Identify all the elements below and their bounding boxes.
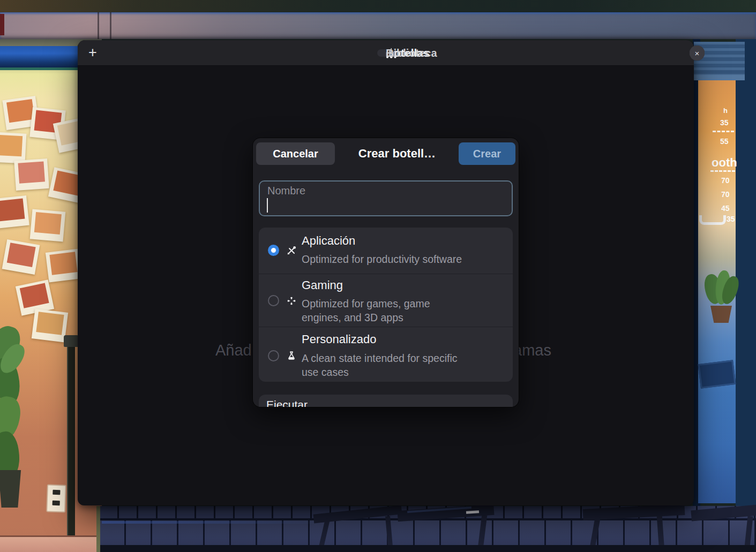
wallpaper-beam-seam (110, 12, 111, 39)
wallpaper-polaroid (30, 209, 66, 241)
wallpaper-left-floor (0, 535, 102, 552)
env-row-application[interactable]: Aplicación Optimized for productivity so… (259, 228, 513, 274)
glass-menu-fragment: h (723, 107, 728, 114)
wallpaper-floor-line (100, 545, 756, 552)
env-subtitle: Optimized for games, game engines, and 3… (302, 297, 501, 324)
glass-menu-fragment: 35 (727, 215, 735, 223)
wallpaper-lamp-cap (64, 335, 79, 347)
glass-menu-fragment: 45 (721, 205, 730, 212)
cancel-button[interactable]: Cancelar (256, 142, 335, 165)
wallpaper-beam-seam (98, 12, 99, 39)
empty-state-text-right: amas (513, 342, 551, 359)
glass-dashed-line (713, 131, 734, 132)
wallpaper-red-sliver (0, 14, 4, 35)
wallpaper-tile-glow (102, 521, 327, 524)
tab-library[interactable]: Biblioteca (377, 49, 394, 57)
glass-menu-fragment: 35 (720, 119, 729, 126)
gamepad-icon (287, 296, 296, 306)
wallpaper-outlet (46, 484, 66, 512)
wallpaper-tile-edge (96, 506, 100, 552)
glass-dashed-line (710, 170, 735, 172)
create-bottle-dialog: Cancelar Crear botell… Crear Nombre (253, 138, 519, 407)
wallpaper-polaroid (0, 195, 29, 229)
wallpaper-polaroid (2, 239, 40, 275)
glass-menu-fragment: ooth (712, 157, 737, 169)
headerbar: + Botellas (78, 40, 694, 66)
glass-shelf-shape (699, 215, 726, 225)
wallpaper-polaroid (32, 308, 68, 342)
radio-application[interactable] (268, 245, 279, 256)
radio-custom[interactable] (268, 350, 279, 361)
env-subtitle: A clean state intended for specific use … (302, 351, 501, 379)
headerbar-center: Botellas Biblioteca (78, 40, 694, 66)
desktop: h 35 55 ooth 70 70 45 35 + (0, 0, 756, 552)
flask-icon (287, 351, 296, 360)
name-entry[interactable]: Nombre (259, 180, 513, 216)
wallpaper-top-band (0, 0, 756, 12)
env-title: Personalizado (302, 332, 376, 346)
create-button[interactable]: Crear (459, 142, 515, 165)
radio-gaming[interactable] (268, 295, 279, 306)
env-row-gaming[interactable]: Gaming Optimized for games, game engines… (259, 274, 513, 327)
outlet-slot (53, 501, 60, 505)
dialog-title: Crear botell… (339, 142, 455, 165)
glass-menu-fragment: 70 (721, 191, 730, 198)
glass-menu-fragment: 55 (720, 138, 729, 145)
wallpaper-plant-pot (710, 306, 732, 323)
env-title: Aplicación (302, 234, 355, 248)
wallpaper-beam (0, 12, 756, 39)
name-entry-label: Nombre (267, 185, 305, 197)
env-subtitle: Optimized for productivity software (302, 252, 501, 266)
wallpaper-hanging-sign (698, 360, 736, 389)
env-title: Gaming (302, 278, 343, 292)
env-row-custom[interactable]: Personalizado A clean state intended for… (259, 327, 513, 382)
environment-list: Aplicación Optimized for productivity so… (259, 228, 513, 382)
glass-menu-fragment: 70 (721, 177, 730, 184)
wallpaper-lamp-pole (67, 345, 75, 552)
wallpaper-polaroid (14, 158, 49, 191)
dialog-header: Cancelar Crear botell… Crear (253, 138, 519, 169)
empty-state-text-left: Añad (215, 342, 252, 359)
clipped-group-row[interactable]: Ejecutar (259, 395, 513, 407)
close-button[interactable]: × (690, 46, 705, 61)
library-tab-label: Biblioteca (386, 47, 437, 59)
wallpaper-right-frame (736, 39, 756, 552)
tools-icon (287, 246, 296, 255)
clipped-group-label: Ejecutar (266, 398, 308, 407)
outlet-slot (53, 490, 60, 495)
wallpaper-polaroid (0, 132, 26, 163)
wallpaper-polaroid (46, 248, 82, 282)
text-cursor (267, 198, 268, 213)
